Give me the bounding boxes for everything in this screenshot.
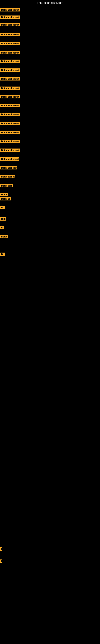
bottleneck-result-label: Bottleneck result [0, 33, 20, 36]
bottleneck-result-label: | [0, 560, 2, 563]
bottleneck-result-label: Bottleneck result [0, 8, 20, 12]
bottleneck-result-label: Bottleneck result [0, 140, 20, 143]
bottleneck-result-label: Bottleneck result [0, 95, 20, 98]
bottleneck-result-label: Bottleneck result [0, 166, 17, 170]
bottleneck-result-label: Bottleneck result [0, 51, 20, 54]
bottleneck-result-label: Bottleneck result [0, 131, 20, 134]
bottleneck-result-label: Bottlene [0, 197, 11, 200]
bottleneck-result-label: B [0, 226, 3, 229]
bottleneck-result-label: Bottleneck result [0, 86, 20, 90]
bottleneck-result-label: Bottleneck result [0, 60, 20, 63]
bottleneck-result-label: | [0, 548, 2, 550]
bottleneck-result-label: Bott [0, 217, 6, 220]
bottleneck-result-label: Bottleneck result [0, 158, 19, 160]
bottleneck-result-label: Bottleneck result [0, 16, 20, 19]
bottleneck-result-label: Bottle [0, 235, 8, 238]
bottleneck-result-label: Bottleneck result [0, 77, 20, 80]
bottleneck-result-label: Bottleneck [0, 184, 13, 187]
bottleneck-result-label: Bottleneck result [0, 23, 20, 26]
chart-area: TheBottlenecker.com Bottleneck resultBot… [0, 0, 100, 644]
bottleneck-result-label: Bo [0, 206, 5, 209]
bottleneck-result-label: Bottle [0, 193, 8, 196]
bottleneck-result-label: Bottleneck result [0, 68, 20, 72]
site-title: TheBottlenecker.com [0, 0, 100, 6]
bottleneck-result-label: Bo [0, 252, 5, 256]
bottleneck-result-label: Bottleneck result [0, 122, 20, 125]
bottleneck-result-label: Bottleneck result [0, 113, 20, 116]
bottleneck-result-label: Bottleneck result [0, 148, 20, 152]
bottleneck-result-label: Bottleneck result [0, 42, 20, 45]
bottleneck-result-label: Bottleneck result [0, 175, 15, 178]
bottleneck-result-label: Bottleneck result [0, 104, 20, 107]
